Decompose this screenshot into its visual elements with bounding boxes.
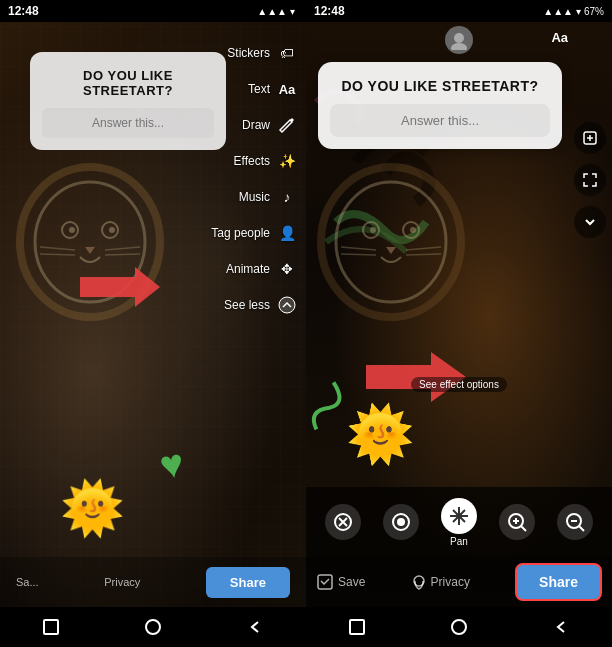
aa-text-right: Aa: [551, 30, 568, 45]
tag-people-label: Tag people: [211, 226, 270, 240]
question-card-right: DO YOU LIKE STREETART?: [318, 62, 562, 149]
nav-bar: [0, 607, 612, 647]
see-less-label: See less: [224, 298, 270, 312]
effects-icon: ✨: [276, 150, 298, 172]
wifi-icon-left: ▾: [290, 6, 295, 17]
left-panel: ♥ 🌞 DO YOU LIKE STREETART? Stickers 🏷 Te…: [0, 22, 306, 607]
text-label: Text: [248, 82, 270, 96]
avatar-area: [445, 26, 473, 54]
svg-rect-44: [350, 620, 364, 634]
nav-square-right[interactable]: [342, 612, 372, 642]
svg-marker-10: [80, 267, 160, 307]
nav-back-left[interactable]: [240, 612, 270, 642]
nav-circle-left[interactable]: [138, 612, 168, 642]
question-title-left: DO YOU LIKE STREETART?: [42, 68, 214, 98]
text-icon: Aa: [276, 78, 298, 100]
menu-item-effects[interactable]: Effects ✨: [234, 150, 298, 172]
nav-circle-right[interactable]: [444, 612, 474, 642]
draw-label: Draw: [242, 118, 270, 132]
svg-line-38: [579, 526, 584, 531]
menu-item-tag-people[interactable]: Tag people 👤: [211, 222, 298, 244]
animate-icon: ✥: [276, 258, 298, 280]
status-time-left: 12:48: [8, 4, 39, 18]
bottom-bar-right: Save Privacy Share: [306, 557, 612, 607]
svg-point-4: [69, 227, 75, 233]
left-menu: Stickers 🏷 Text Aa Draw Effects ✨ Music …: [211, 42, 298, 316]
svg-line-21: [406, 247, 441, 250]
save-text-left: Sa...: [16, 576, 39, 588]
side-icon-down[interactable]: [574, 206, 606, 238]
svg-line-7: [40, 254, 75, 255]
zoom-in-icon[interactable]: [499, 504, 535, 540]
svg-line-6: [40, 247, 75, 250]
privacy-text-left: Privacy: [104, 576, 140, 588]
menu-item-stickers[interactable]: Stickers 🏷: [227, 42, 298, 64]
svg-line-19: [341, 247, 376, 250]
circle-select-icon[interactable]: [383, 504, 419, 540]
zoom-out-icon[interactable]: [557, 504, 593, 540]
privacy-btn-right[interactable]: Privacy: [411, 574, 470, 590]
effect-options-label: See effect options: [411, 377, 507, 392]
svg-point-5: [109, 227, 115, 233]
red-arrow-left: [80, 262, 160, 312]
user-avatar: [445, 26, 473, 54]
sun-emoji-right: 🌞: [346, 407, 415, 462]
lion-graffiti-right: [311, 142, 491, 342]
side-icon-1[interactable]: [574, 122, 606, 154]
side-icon-expand[interactable]: [574, 164, 606, 196]
svg-point-18: [410, 227, 416, 233]
svg-point-31: [397, 518, 405, 526]
svg-point-13: [336, 182, 446, 302]
svg-line-34: [521, 526, 526, 531]
toolbar-btn-pan[interactable]: Pan: [441, 498, 477, 547]
svg-line-8: [105, 247, 140, 250]
svg-point-32: [456, 513, 462, 519]
svg-line-22: [406, 254, 441, 255]
svg-point-24: [451, 43, 467, 50]
svg-point-45: [452, 620, 466, 634]
save-btn-right[interactable]: Save: [316, 573, 365, 591]
menu-item-animate[interactable]: Animate ✥: [226, 258, 298, 280]
share-button-right[interactable]: Share: [515, 563, 602, 601]
svg-point-43: [146, 620, 160, 634]
save-label-right: Save: [338, 575, 365, 589]
answer-input-right[interactable]: [330, 104, 550, 137]
question-card-left: DO YOU LIKE STREETART?: [30, 52, 226, 150]
svg-rect-42: [44, 620, 58, 634]
svg-point-17: [370, 227, 376, 233]
pan-label: Pan: [450, 536, 468, 547]
toolbar-btn-zoom-out[interactable]: [557, 504, 593, 540]
music-label: Music: [239, 190, 270, 204]
nav-back-right[interactable]: [546, 612, 576, 642]
menu-item-draw[interactable]: Draw: [242, 114, 298, 136]
menu-item-text[interactable]: Text Aa: [248, 78, 298, 100]
music-icon: ♪: [276, 186, 298, 208]
bottom-bar-left: Sa... Privacy Share: [0, 557, 306, 607]
signal-icon-left: ▲▲▲: [257, 6, 287, 17]
toolbar-btn-circle[interactable]: [383, 504, 419, 540]
animate-label: Animate: [226, 262, 270, 276]
menu-item-music[interactable]: Music ♪: [239, 186, 298, 208]
toolbar-btn-zoom-in[interactable]: [499, 504, 535, 540]
answer-input-left[interactable]: [42, 108, 214, 138]
share-button-left[interactable]: Share: [206, 567, 290, 598]
svg-point-23: [454, 33, 464, 43]
svg-line-9: [105, 254, 140, 255]
wifi-icon-right: ▾: [576, 6, 581, 17]
draw-icon: [276, 114, 298, 136]
battery-right: 67%: [584, 6, 604, 17]
stickers-label: Stickers: [227, 46, 270, 60]
right-panel: DO YOU LIKE STREETART? Aa 🌞 See e: [306, 22, 612, 607]
see-less-icon: [276, 294, 298, 316]
nav-square-left[interactable]: [36, 612, 66, 642]
svg-line-20: [341, 254, 376, 255]
signal-icon-right: ▲▲▲: [543, 6, 573, 17]
toolbar-btn-cancel[interactable]: [325, 504, 361, 540]
svg-point-11: [279, 297, 295, 313]
cancel-icon[interactable]: [325, 504, 361, 540]
effects-label: Effects: [234, 154, 270, 168]
pan-icon[interactable]: [441, 498, 477, 534]
menu-item-see-less[interactable]: See less: [224, 294, 298, 316]
right-side-icons: [574, 122, 606, 238]
sun-emoji-left: 🌞: [60, 482, 130, 552]
